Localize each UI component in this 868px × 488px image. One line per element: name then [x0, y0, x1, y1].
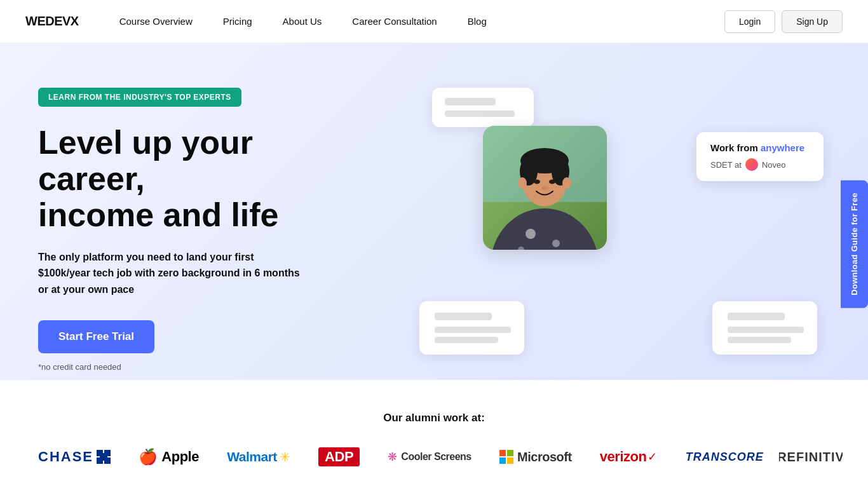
apple-label: Apple	[161, 449, 199, 465]
svg-point-4	[526, 229, 536, 239]
hero-section: LEARN FROM THE INDUSTRY'S TOP EXPERTS Le…	[0, 43, 868, 380]
svg-point-13	[518, 177, 527, 189]
apple-logo-icon: 🍎	[139, 448, 158, 466]
nav-course-overview[interactable]: Course Overview	[104, 0, 208, 43]
alumni-title: Our alumni work at:	[25, 412, 843, 424]
svg-rect-24	[507, 458, 513, 464]
hero-right: Work from anywhere SDET at Noveo	[381, 75, 843, 380]
work-from-card: Work from anywhere SDET at Noveo	[696, 132, 824, 181]
company-apple: 🍎 Apple	[126, 448, 212, 466]
nav-pricing[interactable]: Pricing	[208, 0, 268, 43]
card-bl-bar3	[435, 337, 498, 343]
alumni-section: Our alumni work at: CHASE 🍎 Apple Walmar…	[0, 380, 868, 485]
download-guide-tab[interactable]: Download Guide for Free	[841, 180, 868, 308]
company-adp: ADP	[306, 447, 372, 466]
nav-links: Course Overview Pricing About Us Career …	[104, 0, 724, 43]
start-trial-button[interactable]: Start Free Trial	[38, 320, 154, 353]
microsoft-label: Microsoft	[517, 450, 572, 464]
download-tab-container[interactable]: Download Guide for Free	[841, 180, 868, 308]
company-chase: CHASE	[25, 449, 123, 465]
card-bottom-left	[419, 301, 524, 355]
navbar: WEDEVX Course Overview Pricing About Us …	[0, 0, 868, 43]
nav-about-us[interactable]: About Us	[268, 0, 337, 43]
hero-subtitle: The only platform you need to land your …	[38, 249, 305, 298]
nav-career-consultation[interactable]: Career Consultation	[337, 0, 452, 43]
card-br-bar2	[728, 327, 804, 333]
signup-button[interactable]: Sign Up	[782, 10, 843, 33]
hero-badge: LEARN FROM THE INDUSTRY'S TOP EXPERTS	[38, 88, 241, 107]
svg-point-15	[541, 186, 548, 190]
svg-point-12	[549, 180, 555, 184]
hero-left: LEARN FROM THE INDUSTRY'S TOP EXPERTS Le…	[38, 81, 356, 372]
company-cooler-screens: ❋ Cooler Screens	[375, 450, 484, 464]
company-microsoft: Microsoft	[487, 450, 585, 464]
card-br-bar3	[728, 337, 791, 343]
card-bl-bar1	[435, 313, 492, 320]
chase-logo: CHASE	[38, 449, 93, 465]
cooler-screens-label: Cooler Screens	[401, 451, 471, 463]
company-refinitiv: REFINITIV	[779, 450, 843, 464]
walmart-spark-icon: ✳	[280, 449, 290, 464]
work-anywhere-text: anywhere	[761, 142, 804, 153]
svg-rect-22	[507, 450, 513, 456]
company-logo-icon	[745, 158, 758, 171]
no-cc-text: *no credit card needed	[38, 362, 356, 372]
card-bar-2	[445, 111, 515, 117]
hero-title: Level up your career, income and life	[38, 125, 356, 234]
login-button[interactable]: Login	[724, 10, 775, 33]
card-top	[432, 88, 534, 127]
company-transcore: TRANSCORE	[673, 451, 776, 464]
nav-actions: Login Sign Up	[724, 10, 843, 33]
svg-point-11	[534, 180, 540, 184]
verizon-label: verizon	[600, 449, 647, 465]
svg-point-14	[562, 177, 571, 189]
card-bottom-right	[712, 301, 817, 355]
company-walmart: Walmart ✳	[214, 449, 303, 464]
transcore-label: TRANSCORE	[686, 451, 764, 464]
svg-point-5	[552, 240, 560, 247]
cooler-screens-icon: ❋	[388, 450, 397, 464]
alumni-logos-row1: CHASE 🍎 Apple Walmart ✳ ADP ❋ Cooler S	[25, 447, 843, 466]
microsoft-icon	[499, 450, 513, 464]
chase-icon	[97, 450, 111, 464]
adp-label: ADP	[318, 447, 360, 466]
svg-rect-20	[100, 453, 107, 461]
card-bl-bar2	[435, 327, 511, 333]
card-br-bar1	[728, 313, 785, 320]
refinitiv-label: REFINITIV	[779, 450, 843, 464]
svg-rect-23	[499, 458, 506, 464]
svg-rect-21	[499, 450, 506, 456]
card-bar-1	[445, 98, 496, 105]
nav-blog[interactable]: Blog	[452, 0, 502, 43]
work-title: Work from anywhere	[710, 142, 810, 153]
profile-image	[483, 126, 607, 250]
brand-logo[interactable]: WEDEVX	[25, 14, 79, 29]
company-verizon: verizon ✓	[587, 449, 670, 465]
walmart-label: Walmart	[227, 449, 277, 464]
verizon-check-icon: ✓	[648, 450, 657, 464]
work-company: SDET at Noveo	[710, 158, 810, 171]
